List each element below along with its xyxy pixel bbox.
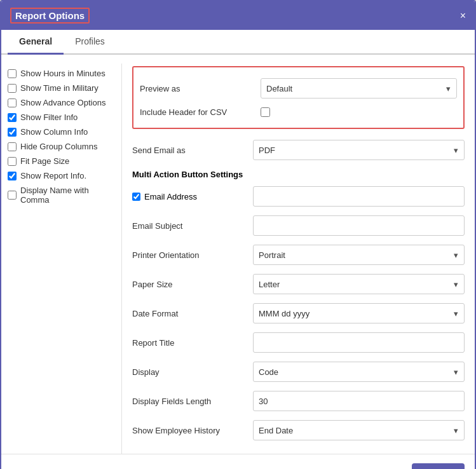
checkbox-hide-group-input[interactable] — [8, 142, 17, 151]
paper-size-label: Paper Size — [132, 280, 247, 289]
date-format-row: Date Format MMM dd yyyy MM/dd/yyyy dd/MM… — [132, 299, 465, 328]
display-fields-length-label: Display Fields Length — [132, 397, 247, 406]
tabs-bar: General Profiles — [1, 30, 475, 55]
apply-button[interactable]: Apply — [412, 463, 465, 469]
show-employee-history-select[interactable]: End Date Start Date Both — [253, 420, 465, 440]
email-subject-input[interactable] — [253, 215, 465, 236]
include-header-label: Include Header for CSV — [140, 107, 254, 117]
display-fields-length-input[interactable] — [253, 391, 465, 411]
checkbox-hide-group[interactable]: Hide Group Columns — [8, 139, 115, 154]
show-employee-history-select-wrapper: End Date Start Date Both — [253, 420, 465, 440]
paper-size-row: Paper Size Letter A4 Legal — [132, 269, 465, 299]
report-title-label: Report Title — [132, 338, 247, 348]
close-button[interactable]: × — [460, 10, 466, 22]
report-title-input[interactable] — [253, 332, 465, 353]
email-subject-label: Email Subject — [132, 221, 247, 231]
title-bar: Report Options × — [1, 1, 475, 30]
left-panel: Show Hours in Minutes Show Time in Milit… — [1, 64, 122, 454]
checkbox-display-name-input[interactable] — [8, 191, 17, 200]
checkbox-show-column-input[interactable] — [8, 128, 17, 137]
checkbox-show-filter-input[interactable] — [8, 113, 17, 122]
checkbox-show-hours-input[interactable] — [8, 69, 17, 78]
dialog: Report Options × General Profiles Show H… — [0, 0, 476, 469]
preview-as-row: Preview as Default PDF Excel Word — [140, 74, 457, 103]
show-employee-history-label: Show Employee History — [132, 426, 247, 435]
main-content: Show Hours in Minutes Show Time in Milit… — [1, 55, 475, 454]
paper-size-select[interactable]: Letter A4 Legal — [253, 274, 465, 294]
email-address-row: Email Address — [132, 182, 465, 211]
preview-as-select[interactable]: Default PDF Excel Word — [261, 78, 457, 99]
tab-general[interactable]: General — [8, 30, 64, 55]
checkbox-show-hours[interactable]: Show Hours in Minutes — [8, 66, 115, 81]
send-email-label: Send Email as — [132, 146, 247, 155]
checkbox-display-name[interactable]: Display Name with Comma — [8, 183, 115, 207]
include-header-row: Include Header for CSV — [140, 103, 457, 121]
email-address-label: Email Address — [144, 192, 197, 201]
date-format-label: Date Format — [132, 309, 247, 318]
email-address-input[interactable] — [253, 186, 465, 207]
send-email-row: Send Email as PDF Excel Word — [132, 135, 465, 165]
printer-orientation-select[interactable]: Portrait Landscape — [253, 245, 465, 265]
printer-orientation-label: Printer Orientation — [132, 250, 247, 260]
checkbox-show-time[interactable]: Show Time in Military — [8, 81, 115, 95]
date-format-select[interactable]: MMM dd yyyy MM/dd/yyyy dd/MM/yyyy yyyy-M… — [253, 303, 465, 323]
footer: Apply — [1, 454, 475, 469]
show-employee-history-row: Show Employee History End Date Start Dat… — [132, 416, 465, 445]
paper-size-select-wrapper: Letter A4 Legal — [253, 274, 465, 294]
tab-profiles[interactable]: Profiles — [64, 30, 116, 55]
send-email-select-wrapper: PDF Excel Word — [253, 140, 465, 160]
report-title-row: Report Title — [132, 328, 465, 357]
highlighted-section: Preview as Default PDF Excel Word Includ… — [132, 66, 465, 129]
checkbox-show-advance[interactable]: Show Advance Options — [8, 95, 115, 110]
display-row: Display Code Description Both — [132, 357, 465, 386]
checkbox-fit-page-input[interactable] — [8, 157, 17, 166]
checkbox-show-report[interactable]: Show Report Info. — [8, 168, 115, 183]
email-address-checkbox[interactable] — [132, 193, 140, 201]
checkbox-fit-page[interactable]: Fit Page Size — [8, 154, 115, 168]
printer-orientation-row: Printer Orientation Portrait Landscape — [132, 240, 465, 269]
email-address-label-area: Email Address — [132, 192, 247, 201]
dialog-title: Report Options — [10, 8, 90, 24]
checkbox-show-report-input[interactable] — [8, 172, 17, 180]
preview-as-select-wrapper: Default PDF Excel Word — [261, 78, 457, 99]
checkbox-show-column[interactable]: Show Column Info — [8, 125, 115, 139]
date-format-select-wrapper: MMM dd yyyy MM/dd/yyyy dd/MM/yyyy yyyy-M… — [253, 303, 465, 323]
email-subject-row: Email Subject — [132, 211, 465, 240]
include-header-checkbox[interactable] — [261, 107, 270, 117]
display-fields-length-row: Display Fields Length — [132, 386, 465, 416]
display-select-wrapper: Code Description Both — [253, 362, 465, 382]
preview-as-label: Preview as — [140, 84, 254, 93]
send-email-select[interactable]: PDF Excel Word — [253, 140, 465, 160]
display-select[interactable]: Code Description Both — [253, 362, 465, 382]
printer-orientation-select-wrapper: Portrait Landscape — [253, 245, 465, 265]
checkbox-show-time-input[interactable] — [8, 84, 17, 93]
checkbox-show-advance-input[interactable] — [8, 99, 17, 107]
display-label: Display — [132, 367, 247, 377]
right-panel: Preview as Default PDF Excel Word Includ… — [122, 64, 475, 454]
checkbox-show-filter[interactable]: Show Filter Info — [8, 110, 115, 125]
multi-action-title: Multi Action Button Settings — [132, 165, 465, 182]
